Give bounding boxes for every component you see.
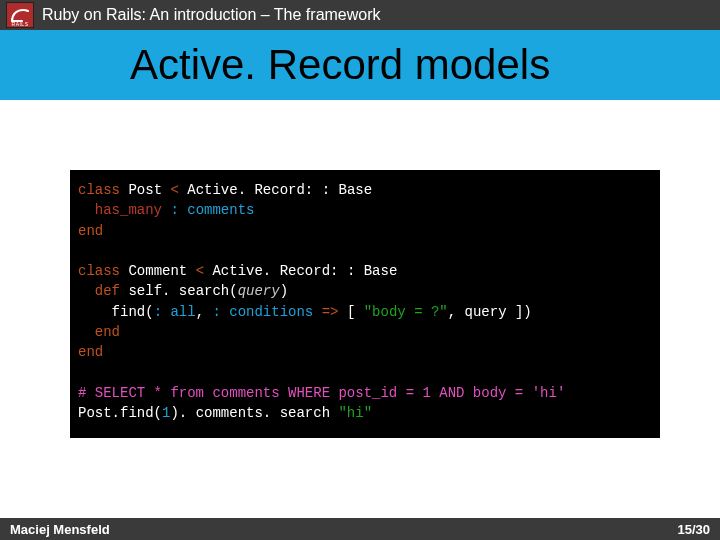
call-chain-a: Post.find(: [78, 405, 162, 421]
symbol-all: : all: [154, 304, 196, 320]
string-body: "body = ?": [364, 304, 448, 320]
symbol-conditions: : conditions: [212, 304, 313, 320]
symbol-comments: : comments: [170, 202, 254, 218]
macro-hasmany: has_many: [95, 202, 162, 218]
content-area: class Post < Active. Record: : Base has_…: [0, 100, 720, 438]
keyword-class: class: [78, 182, 120, 198]
footer-page: 15/30: [677, 522, 710, 537]
comment-sql: # SELECT * from comments WHERE post_id =…: [78, 385, 565, 401]
var-query: query: [465, 304, 507, 320]
slide-title: Active. Record models: [130, 41, 550, 89]
title-band: Active. Record models: [0, 30, 720, 100]
rails-logo-label: RAILS: [7, 21, 33, 27]
top-title: Ruby on Rails: An introduction – The fra…: [42, 6, 381, 24]
comma: ,: [196, 304, 204, 320]
op-lt: <: [196, 263, 204, 279]
keyword-end: end: [95, 324, 120, 340]
keyword-end: end: [78, 344, 103, 360]
comma: ,: [448, 304, 456, 320]
top-bar: RAILS Ruby on Rails: An introduction – T…: [0, 0, 720, 30]
footer-author: Maciej Mensfeld: [10, 522, 110, 537]
call-chain-b: ). comments. search: [170, 405, 330, 421]
keyword-def: def: [95, 283, 120, 299]
slide: RAILS Ruby on Rails: An introduction – T…: [0, 0, 720, 540]
method-name: self. search(: [128, 283, 237, 299]
code-block: class Post < Active. Record: : Base has_…: [70, 170, 660, 438]
keyword-class: class: [78, 263, 120, 279]
arg-query: query: [238, 283, 280, 299]
call-find: find(: [112, 304, 154, 320]
bracket-close: ]): [515, 304, 532, 320]
class-name: Comment: [128, 263, 187, 279]
op-lt: <: [170, 182, 178, 198]
string-hi: "hi": [338, 405, 372, 421]
superclass: Active. Record: : Base: [212, 263, 397, 279]
superclass: Active. Record: : Base: [187, 182, 372, 198]
class-name: Post: [128, 182, 162, 198]
op-hashrocket: =>: [322, 304, 339, 320]
keyword-end: end: [78, 223, 103, 239]
rails-logo-icon: RAILS: [6, 2, 34, 28]
paren-close: ): [280, 283, 288, 299]
bracket-open: [: [347, 304, 355, 320]
footer-bar: Maciej Mensfeld 15/30: [0, 518, 720, 540]
